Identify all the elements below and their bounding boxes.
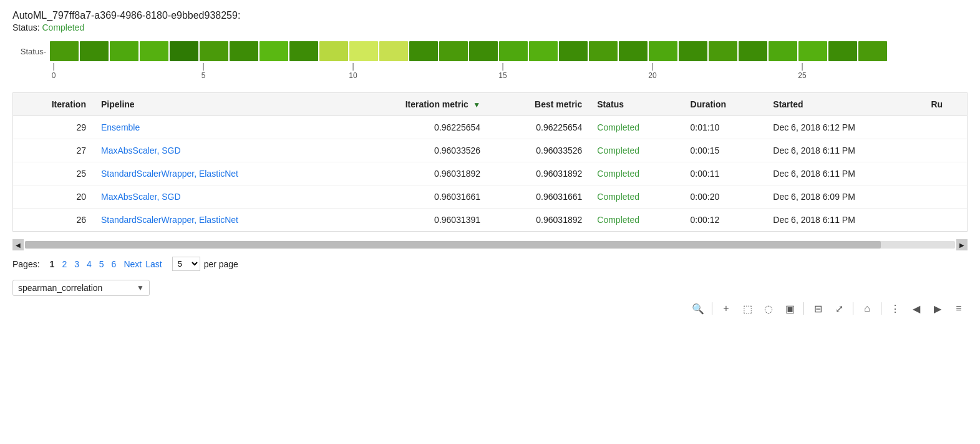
scroll-right-arrow[interactable]: ▶ — [956, 239, 968, 250]
pagination: Pages: 123456 Next Last 5102050 per page — [12, 257, 968, 271]
cell-duration: 0:00:20 — [683, 185, 766, 209]
arrow-right-icon[interactable]: ▶ — [929, 300, 946, 317]
chart-bar-25 — [798, 41, 827, 61]
chart-bar-2 — [110, 41, 138, 61]
horizontal-scrollbar[interactable]: ◀ ▶ — [12, 239, 968, 250]
cell-iteration_metric: 0.96031892 — [341, 162, 488, 185]
per-page-control: 5102050 per page — [172, 257, 238, 271]
scroll-left-arrow[interactable]: ◀ — [12, 239, 24, 250]
scroll-thumb — [25, 241, 881, 249]
page-num-3[interactable]: 3 — [70, 258, 83, 270]
chart-bar-7 — [260, 41, 288, 61]
chart-bar-23 — [739, 41, 767, 61]
chart-bar-26 — [828, 41, 857, 61]
cell-iteration: 26 — [13, 209, 94, 232]
table-row: 20MaxAbsScaler, SGD0.960316610.96031661C… — [13, 185, 967, 209]
axis-tick-20: 20 — [648, 62, 656, 80]
cell-iteration_metric: 0.96031391 — [341, 209, 488, 232]
expand-icon[interactable]: ⤢ — [830, 300, 848, 317]
page-num-5[interactable]: 5 — [95, 258, 108, 270]
cell-run — [923, 185, 967, 209]
cell-pipeline[interactable]: MaxAbsScaler, SGD — [94, 185, 341, 209]
chart-axis: 0510152025 — [54, 62, 968, 81]
toolbar-separator — [803, 302, 804, 315]
col-header-best_metric: Best metric — [488, 93, 589, 116]
per-page-select[interactable]: 5102050 — [172, 257, 200, 271]
cell-started: Dec 6, 2018 6:11 PM — [765, 162, 923, 185]
cell-duration: 0:00:12 — [683, 209, 766, 232]
next-page-link[interactable]: Next — [124, 259, 142, 269]
cell-pipeline[interactable]: StandardScalerWrapper, ElasticNet — [94, 162, 341, 185]
select-icon[interactable]: ⬚ — [739, 300, 756, 317]
col-header-run: Ru — [923, 93, 967, 116]
zoom-in-icon[interactable]: + — [717, 300, 735, 317]
chart-bar-13 — [439, 41, 468, 61]
cell-status: Completed — [589, 139, 682, 162]
table-row: 25StandardScalerWrapper, ElasticNet0.960… — [13, 162, 967, 185]
scroll-track[interactable] — [25, 241, 955, 249]
cell-run — [923, 139, 967, 162]
page-num-4[interactable]: 4 — [83, 258, 95, 270]
cell-started: Dec 6, 2018 6:12 PM — [765, 116, 923, 139]
chart-bar-12 — [409, 41, 438, 61]
home-icon[interactable]: ⌂ — [858, 300, 876, 317]
page-num-1[interactable]: 1 — [46, 258, 59, 270]
cell-best_metric: 0.96031661 — [488, 185, 589, 209]
cell-iteration: 29 — [13, 116, 94, 139]
cell-started: Dec 6, 2018 6:11 PM — [765, 209, 923, 232]
cell-pipeline[interactable]: Ensemble — [94, 116, 341, 139]
col-header-iteration: Iteration — [13, 93, 94, 116]
metric-dropdown[interactable]: spearman_correlation ▼ — [12, 280, 150, 296]
chart-bar-1 — [80, 41, 109, 61]
col-header-started: Started — [765, 93, 923, 116]
cell-best_metric: 0.96031892 — [488, 209, 589, 232]
table-header-row: IterationPipelineIteration metric ▼Best … — [13, 93, 967, 116]
axis-tick-0: 0 — [52, 62, 56, 80]
page-num-6[interactable]: 6 — [108, 258, 120, 270]
cell-best_metric: 0.96225654 — [488, 116, 589, 139]
chart-bar-4 — [170, 41, 198, 61]
config-icon[interactable]: ⋮ — [886, 300, 904, 317]
settings-icon[interactable]: ≡ — [950, 300, 968, 317]
cell-best_metric: 0.96033526 — [488, 139, 589, 162]
chart-bar-24 — [769, 41, 797, 61]
pan-icon[interactable]: ⊟ — [809, 300, 827, 317]
cell-started: Dec 6, 2018 6:11 PM — [765, 139, 923, 162]
lasso-icon[interactable]: ◌ — [760, 300, 777, 317]
chart-bar-16 — [529, 41, 558, 61]
page-num-2[interactable]: 2 — [58, 258, 70, 270]
table-row: 27MaxAbsScaler, SGD0.960335260.96033526C… — [13, 139, 967, 162]
col-header-iteration_metric[interactable]: Iteration metric ▼ — [341, 93, 488, 116]
status-line: Status: Completed — [12, 22, 968, 32]
cell-run — [923, 116, 967, 139]
col-header-status: Status — [589, 93, 682, 116]
page-numbers: 123456 — [46, 259, 120, 269]
table-row: 29Ensemble0.962256540.96225654Completed0… — [13, 116, 967, 139]
cell-started: Dec 6, 2018 6:09 PM — [765, 185, 923, 209]
chart-bars — [50, 41, 887, 61]
axis-tick-25: 25 — [798, 62, 806, 80]
cell-best_metric: 0.96031892 — [488, 162, 589, 185]
zoom-icon[interactable]: 🔍 — [689, 300, 707, 317]
cell-pipeline[interactable]: MaxAbsScaler, SGD — [94, 139, 341, 162]
zoom-box-icon[interactable]: ▣ — [781, 300, 798, 317]
cell-status: Completed — [589, 185, 682, 209]
toolbar-separator — [853, 302, 853, 315]
col-header-pipeline: Pipeline — [94, 93, 341, 116]
chart-bar-3 — [140, 41, 168, 61]
cell-iteration: 25 — [13, 162, 94, 185]
bottom-toolbar: 🔍+⬚◌▣⊟⤢⌂⋮◀▶≡ — [12, 300, 968, 317]
cell-iteration_metric: 0.96225654 — [341, 116, 488, 139]
chart-bar-10 — [349, 41, 378, 61]
last-page-link[interactable]: Last — [145, 259, 162, 269]
status-chart: Status- 0510152025 — [12, 40, 968, 81]
results-table: IterationPipelineIteration metric ▼Best … — [13, 93, 967, 231]
chart-bar-22 — [709, 41, 737, 61]
chart-bar-11 — [379, 41, 408, 61]
cell-iteration: 20 — [13, 185, 94, 209]
axis-tick-15: 15 — [498, 62, 507, 80]
chart-bar-20 — [649, 41, 677, 61]
arrow-left-icon[interactable]: ◀ — [908, 300, 925, 317]
cell-pipeline[interactable]: StandardScalerWrapper, ElasticNet — [94, 209, 341, 232]
status-label: Status: — [12, 22, 40, 32]
